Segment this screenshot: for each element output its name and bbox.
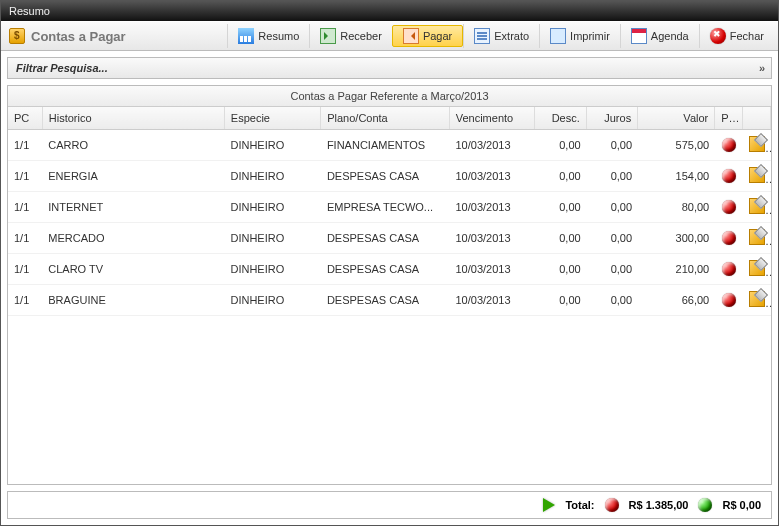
cell-historico: CARRO xyxy=(42,130,224,161)
col-actions xyxy=(743,107,771,130)
fechar-button[interactable]: Fechar xyxy=(699,24,774,48)
cell-plano: EMPRESA TECWO... xyxy=(321,192,450,223)
edit-icon[interactable] xyxy=(749,291,765,307)
col-historico[interactable]: Historico xyxy=(42,107,224,130)
grid-body[interactable]: 1/1CARRODINHEIROFINANCIAMENTOS10/03/2013… xyxy=(8,130,771,484)
cell-pg xyxy=(715,285,743,316)
status-dot-icon xyxy=(722,293,736,307)
window-titlebar: Resumo xyxy=(1,1,778,21)
receber-button[interactable]: Receber xyxy=(309,24,392,48)
total-label: Total: xyxy=(565,499,594,511)
statement-icon xyxy=(474,28,490,44)
table-row[interactable]: 1/1ENERGIADINHEIRODESPESAS CASA10/03/201… xyxy=(8,161,771,192)
cell-juros: 0,00 xyxy=(587,192,638,223)
agenda-button[interactable]: Agenda xyxy=(620,24,699,48)
cell-desc: 0,00 xyxy=(535,223,586,254)
col-valor[interactable]: Valor xyxy=(638,107,715,130)
cell-pc: 1/1 xyxy=(8,254,42,285)
table-row[interactable]: 1/1INTERNETDINHEIROEMPRESA TECWO...10/03… xyxy=(8,192,771,223)
cell-especie: DINHEIRO xyxy=(224,192,320,223)
toolbar-buttons: Resumo Receber Pagar Extrato Imprimir Ag… xyxy=(227,24,774,48)
status-dot-icon xyxy=(722,169,736,183)
main-toolbar: Contas a Pagar Resumo Receber Pagar Extr… xyxy=(1,21,778,51)
cell-pc: 1/1 xyxy=(8,192,42,223)
close-icon xyxy=(710,28,726,44)
cell-desc: 0,00 xyxy=(535,161,586,192)
pagar-label: Pagar xyxy=(423,30,452,42)
edit-icon[interactable] xyxy=(749,136,765,152)
cell-vencimento: 10/03/2013 xyxy=(449,254,535,285)
status-dot-icon xyxy=(722,262,736,276)
col-juros[interactable]: Juros xyxy=(586,107,637,130)
resumo-button[interactable]: Resumo xyxy=(227,24,309,48)
cell-plano: DESPESAS CASA xyxy=(321,285,450,316)
cell-desc: 0,00 xyxy=(535,254,586,285)
table-row[interactable]: 1/1MERCADODINHEIRODESPESAS CASA10/03/201… xyxy=(8,223,771,254)
grid-panel: Contas a Pagar Referente a Março/2013 PC… xyxy=(7,85,772,485)
grid-rows: 1/1CARRODINHEIROFINANCIAMENTOS10/03/2013… xyxy=(8,130,771,316)
col-vencimento[interactable]: Vencimento xyxy=(449,107,535,130)
expand-chevrons-icon[interactable]: » xyxy=(759,62,763,74)
calendar-icon xyxy=(631,28,647,44)
cell-historico: INTERNET xyxy=(42,192,224,223)
cell-especie: DINHEIRO xyxy=(224,285,320,316)
cell-pc: 1/1 xyxy=(8,285,42,316)
receber-label: Receber xyxy=(340,30,382,42)
status-dot-icon xyxy=(722,200,736,214)
cell-pg xyxy=(715,192,743,223)
filter-label: Filtrar Pesquisa... xyxy=(16,62,108,74)
cell-historico: MERCADO xyxy=(42,223,224,254)
col-plano[interactable]: Plano/Conta xyxy=(321,107,450,130)
table-row[interactable]: 1/1CLARO TVDINHEIRODESPESAS CASA10/03/20… xyxy=(8,254,771,285)
cell-juros: 0,00 xyxy=(587,285,638,316)
total-paid: R$ 0,00 xyxy=(722,499,761,511)
cell-juros: 0,00 xyxy=(587,223,638,254)
app-window: Resumo Contas a Pagar Resumo Receber Pag… xyxy=(0,0,779,526)
cell-especie: DINHEIRO xyxy=(224,223,320,254)
money-bag-icon xyxy=(9,28,25,44)
total-unpaid: R$ 1.385,00 xyxy=(629,499,689,511)
cell-valor: 66,00 xyxy=(638,285,715,316)
cell-juros: 0,00 xyxy=(587,254,638,285)
cell-pg xyxy=(715,130,743,161)
cell-juros: 0,00 xyxy=(587,161,638,192)
window-title: Resumo xyxy=(9,5,50,17)
edit-icon[interactable] xyxy=(749,167,765,183)
cell-edit xyxy=(743,254,771,285)
col-pg[interactable]: PG xyxy=(715,107,743,130)
table-row[interactable]: 1/1CARRODINHEIROFINANCIAMENTOS10/03/2013… xyxy=(8,130,771,161)
cell-valor: 300,00 xyxy=(638,223,715,254)
edit-icon[interactable] xyxy=(749,198,765,214)
cell-edit xyxy=(743,130,771,161)
cell-edit xyxy=(743,223,771,254)
arrow-right-icon xyxy=(543,498,555,512)
cell-historico: BRAGUINE xyxy=(42,285,224,316)
col-especie[interactable]: Especie xyxy=(224,107,320,130)
cell-juros: 0,00 xyxy=(587,130,638,161)
table-row[interactable]: 1/1BRAGUINEDINHEIRODESPESAS CASA10/03/20… xyxy=(8,285,771,316)
col-desc[interactable]: Desc. xyxy=(535,107,586,130)
edit-icon[interactable] xyxy=(749,229,765,245)
extrato-button[interactable]: Extrato xyxy=(463,24,539,48)
cell-plano: FINANCIAMENTOS xyxy=(321,130,450,161)
cell-historico: ENERGIA xyxy=(42,161,224,192)
status-dot-icon xyxy=(722,231,736,245)
cell-especie: DINHEIRO xyxy=(224,161,320,192)
pagar-button[interactable]: Pagar xyxy=(392,25,463,47)
status-unpaid-icon xyxy=(605,498,619,512)
cell-historico: CLARO TV xyxy=(42,254,224,285)
edit-icon[interactable] xyxy=(749,260,765,276)
cell-especie: DINHEIRO xyxy=(224,254,320,285)
resumo-label: Resumo xyxy=(258,30,299,42)
section-title: Contas a Pagar xyxy=(5,28,126,44)
cell-pg xyxy=(715,223,743,254)
col-pc[interactable]: PC xyxy=(8,107,42,130)
status-dot-icon xyxy=(722,138,736,152)
filter-bar[interactable]: Filtrar Pesquisa... » xyxy=(7,57,772,79)
grid-header: PC Historico Especie Plano/Conta Vencime… xyxy=(8,107,771,130)
imprimir-button[interactable]: Imprimir xyxy=(539,24,620,48)
cell-valor: 575,00 xyxy=(638,130,715,161)
extrato-label: Extrato xyxy=(494,30,529,42)
grid-title: Contas a Pagar Referente a Março/2013 xyxy=(8,86,771,107)
receive-icon xyxy=(320,28,336,44)
